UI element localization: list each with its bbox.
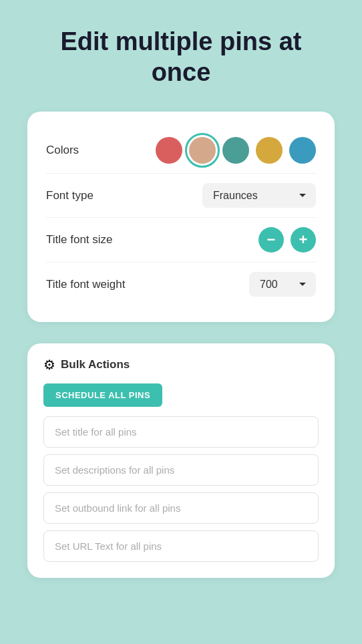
editor-card: Colors Font type Fraunces Roboto Open Sa…: [27, 112, 335, 322]
color-gold[interactable]: [256, 137, 283, 164]
color-peach[interactable]: [189, 137, 216, 164]
bulk-actions-title: Bulk Actions: [61, 358, 130, 371]
page-title: Edit multiple pins at once: [41, 27, 321, 88]
font-type-select[interactable]: Fraunces Roboto Open Sans Lato Montserra…: [202, 183, 316, 208]
title-font-weight-label: Title font weight: [46, 278, 133, 291]
weight-select-wrapper: 100 200 300 400 500 600 700 800 900: [133, 272, 316, 297]
set-title-input[interactable]: [43, 416, 319, 448]
font-type-label: Font type: [46, 189, 133, 202]
color-teal[interactable]: [222, 137, 249, 164]
decrease-font-size-button[interactable]: −: [258, 227, 284, 253]
bulk-actions-card: ⚙ Bulk Actions SCHEDULE ALL PINS: [27, 343, 335, 578]
color-blue[interactable]: [289, 137, 316, 164]
size-controls: − +: [133, 227, 316, 253]
increase-font-size-button[interactable]: +: [291, 227, 316, 253]
colors-container: [133, 137, 316, 164]
title-font-size-label: Title font size: [46, 233, 133, 247]
color-red[interactable]: [156, 137, 182, 164]
schedule-all-pins-button[interactable]: SCHEDULE ALL PINS: [43, 383, 162, 407]
font-type-row: Font type Fraunces Roboto Open Sans Lato…: [46, 174, 316, 218]
set-outbound-link-input[interactable]: [43, 492, 319, 524]
bulk-actions-icon: ⚙: [43, 357, 55, 373]
font-select-wrapper: Fraunces Roboto Open Sans Lato Montserra…: [133, 183, 316, 208]
colors-row: Colors: [46, 128, 316, 174]
title-font-weight-row: Title font weight 100 200 300 400 500 60…: [46, 263, 316, 306]
font-weight-select[interactable]: 100 200 300 400 500 600 700 800 900: [249, 272, 316, 297]
colors-label: Colors: [46, 144, 133, 157]
bulk-actions-header: ⚙ Bulk Actions: [43, 357, 319, 373]
title-font-size-row: Title font size − +: [46, 218, 316, 263]
set-url-text-input[interactable]: [43, 530, 319, 562]
set-descriptions-input[interactable]: [43, 454, 319, 486]
